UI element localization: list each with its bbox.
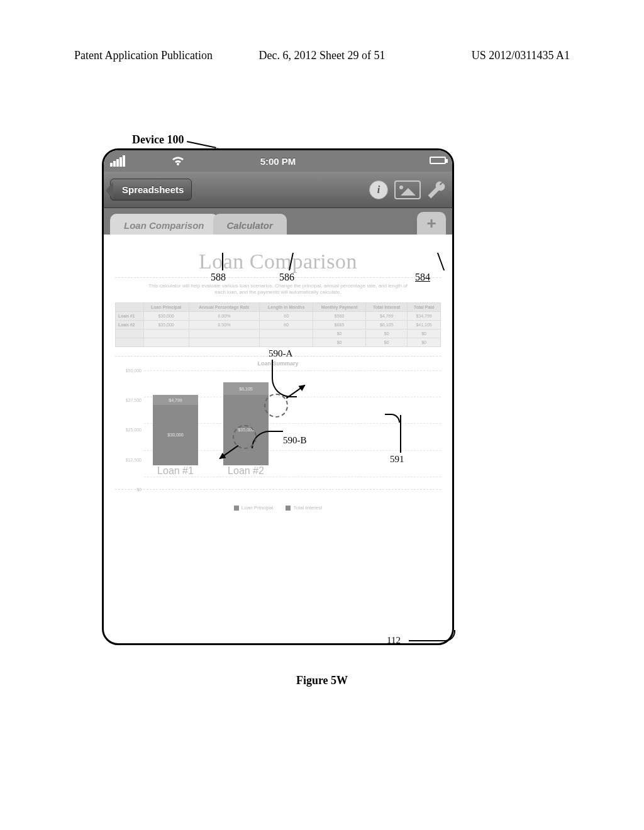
col-blank xyxy=(116,302,144,311)
table-cell[interactable]: $685 xyxy=(313,320,365,329)
table-cell[interactable]: $0 xyxy=(408,329,441,338)
wifi-icon xyxy=(172,155,184,169)
table-cell[interactable]: $30,000 xyxy=(143,311,189,320)
chart-legend: Loan Principal Total Interest xyxy=(115,505,441,511)
signal-icon xyxy=(110,155,125,167)
table-cell[interactable]: 60 xyxy=(260,320,313,329)
leader-588 xyxy=(222,253,223,270)
gridline xyxy=(144,477,441,477)
table-cell[interactable]: $0 xyxy=(313,338,365,346)
table-cell[interactable]: $34,799 xyxy=(408,311,441,320)
ytick-label: $12,500 xyxy=(115,457,142,462)
sheet-title: Loan Comparison xyxy=(115,250,441,278)
wrench-icon[interactable] xyxy=(427,180,446,199)
table-cell[interactable] xyxy=(143,329,189,338)
table-cell[interactable]: $4,799 xyxy=(366,311,408,320)
bar-seg-principal: $30,000 xyxy=(153,405,198,465)
table-cell[interactable]: 6.00% xyxy=(189,311,260,320)
callout-590a: 590-A xyxy=(269,348,292,359)
legend-swatch-principal xyxy=(234,506,239,511)
col-length: Length in Months xyxy=(260,302,313,311)
row-label xyxy=(116,329,144,338)
bar-xlabel: Loan #2 xyxy=(228,465,264,477)
table-cell[interactable]: $35,000 xyxy=(143,320,189,329)
leader-112-curve xyxy=(444,630,455,641)
legend-label-interest: Total Interest xyxy=(293,505,322,511)
ytick-label: $0 xyxy=(115,487,142,491)
chart-bar: $4,799$30,000 xyxy=(153,395,198,465)
table-cell[interactable]: $580 xyxy=(313,311,365,320)
table-header-row: Loan Principal Annual Percentage Rate Le… xyxy=(116,302,441,311)
status-bar: 5:00 PM xyxy=(104,150,452,172)
table-cell[interactable]: $6,105 xyxy=(366,320,408,329)
ytick-label: $50,000 xyxy=(115,368,142,372)
leader-112 xyxy=(409,640,448,641)
device-label-arrow xyxy=(187,137,225,150)
chart-bar: $6,105$35,000 xyxy=(223,382,269,465)
tab-calculator-label: Calculator xyxy=(227,220,273,231)
legend-swatch-interest xyxy=(286,506,291,511)
callout-584: 584 xyxy=(415,272,430,283)
table-cell[interactable]: $0 xyxy=(366,338,408,346)
tab-loan-comparison-label: Loan Comparison xyxy=(124,220,204,231)
col-monthly: Monthly Payment xyxy=(313,302,365,311)
loan-table[interactable]: Loan Principal Annual Percentage Rate Le… xyxy=(115,302,441,347)
status-time: 5:00 PM xyxy=(260,156,296,167)
bar-seg-interest: $6,105 xyxy=(223,382,269,395)
device-label: Device 100 xyxy=(132,131,225,147)
row-label: Loan #2 xyxy=(116,320,144,329)
image-icon[interactable] xyxy=(394,180,421,199)
plus-icon: + xyxy=(426,214,436,233)
pub-label: Patent Application Publication xyxy=(74,49,213,62)
table-cell[interactable] xyxy=(260,338,313,346)
page-header: Patent Application Publication Dec. 6, 2… xyxy=(0,49,644,62)
row-label xyxy=(116,338,144,346)
col-apr: Annual Percentage Rate xyxy=(189,302,260,311)
callout-591: 591 xyxy=(390,454,404,465)
table-row[interactable]: Loan #2$35,0006.50%60$685$6,105$41,105 xyxy=(116,320,441,329)
leader-591 xyxy=(400,415,401,453)
table-cell[interactable] xyxy=(189,338,260,346)
callout-590b: 590-B xyxy=(283,435,307,446)
row-label: Loan #1 xyxy=(116,311,144,320)
bar-xlabel: Loan #1 xyxy=(157,465,194,477)
sheet-description: This calculator will help evaluate vario… xyxy=(143,283,413,296)
col-principal: Loan Principal xyxy=(143,302,189,311)
ytick-label: $25,000 xyxy=(115,428,142,432)
ytick-label: $37,500 xyxy=(115,398,142,402)
bar-seg-interest: $4,799 xyxy=(153,395,198,404)
sheet-index: Dec. 6, 2012 Sheet 29 of 51 xyxy=(259,49,386,62)
col-total: Total Paid xyxy=(408,302,441,311)
back-button-label: Spreadsheets xyxy=(122,184,184,195)
table-cell[interactable]: 6.50% xyxy=(189,320,260,329)
toolbar: Spreadsheets i xyxy=(104,172,452,208)
table-cell[interactable]: $0 xyxy=(408,338,441,346)
col-interest: Total Interest xyxy=(366,302,408,311)
tab-loan-comparison[interactable]: Loan Comparison xyxy=(110,214,218,235)
battery-icon xyxy=(430,157,446,164)
pub-number: US 2012/0311435 A1 xyxy=(472,49,570,62)
callout-112: 112 xyxy=(387,635,401,646)
table-cell[interactable] xyxy=(189,329,260,338)
tabs: Loan Comparison Calculator + xyxy=(104,208,452,235)
info-icon[interactable]: i xyxy=(369,180,388,199)
table-row[interactable]: $0$0$0 xyxy=(116,338,441,346)
figure-caption: Figure 5W xyxy=(0,674,644,687)
gesture-circle-a xyxy=(264,394,288,418)
back-button[interactable]: Spreadsheets xyxy=(110,179,192,201)
table-cell[interactable] xyxy=(260,329,313,338)
table-cell[interactable]: $0 xyxy=(313,329,365,338)
tab-add-button[interactable]: + xyxy=(417,212,446,235)
tab-calculator[interactable]: Calculator xyxy=(213,214,287,235)
table-cell[interactable]: $41,105 xyxy=(408,320,441,329)
callout-586: 586 xyxy=(279,272,294,283)
table-cell[interactable] xyxy=(143,338,189,346)
legend-label-principal: Loan Principal xyxy=(242,505,274,511)
table-cell[interactable]: 60 xyxy=(260,311,313,320)
table-cell[interactable]: $0 xyxy=(366,329,408,338)
table-row[interactable]: $0$0$0 xyxy=(116,329,441,338)
table-row[interactable]: Loan #1$30,0006.00%60$580$4,799$34,799 xyxy=(116,311,441,320)
callout-588: 588 xyxy=(211,272,226,283)
